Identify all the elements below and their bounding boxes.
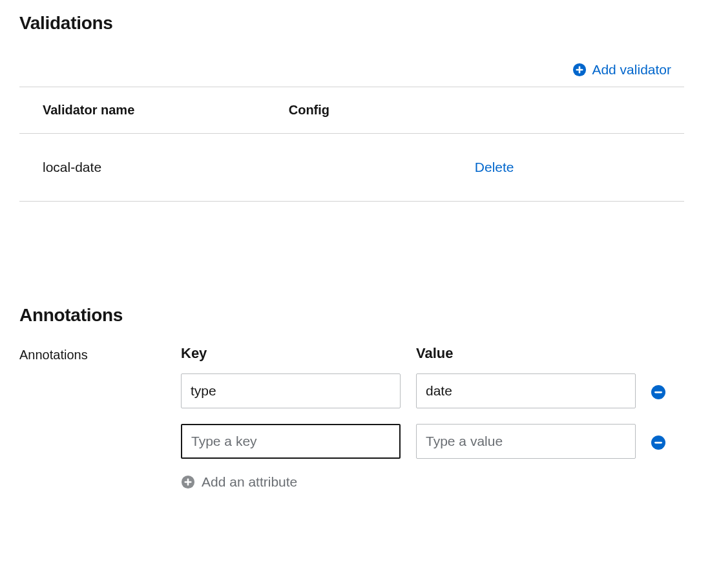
validations-title: Validations — [19, 13, 684, 34]
svg-rect-9 — [187, 479, 189, 486]
annotation-row — [181, 424, 684, 459]
annotation-key-input[interactable] — [181, 373, 401, 408]
plus-circle-icon — [181, 475, 195, 489]
add-attribute-button[interactable]: Add an attribute — [181, 474, 297, 490]
table-row: local-date Delete — [19, 134, 684, 202]
validations-section: Validations Add validator Validator name… — [19, 13, 684, 202]
add-attribute-label: Add an attribute — [202, 474, 297, 490]
col-validator-name: Validator name — [19, 87, 266, 134]
remove-annotation-button[interactable] — [651, 383, 668, 399]
annotation-row — [181, 373, 684, 408]
validator-name-cell: local-date — [19, 134, 266, 202]
annotations-title: Annotations — [19, 305, 684, 326]
value-header: Value — [416, 345, 636, 362]
add-validator-row: Add validator — [19, 53, 684, 87]
svg-rect-6 — [654, 442, 662, 444]
key-header: Key — [181, 345, 401, 362]
validator-table: Validator name Config local-date Delete — [19, 87, 684, 202]
delete-validator-button[interactable]: Delete — [475, 160, 514, 175]
add-validator-button[interactable]: Add validator — [572, 62, 671, 78]
svg-rect-4 — [654, 392, 662, 394]
annotation-value-input[interactable] — [416, 373, 636, 408]
annotations-side-label: Annotations — [19, 345, 181, 362]
remove-annotation-button[interactable] — [651, 433, 668, 450]
svg-rect-2 — [579, 67, 581, 74]
plus-circle-icon — [572, 63, 587, 77]
add-validator-label: Add validator — [592, 62, 671, 78]
annotations-section: Annotations Annotations Key Value — [19, 305, 684, 492]
minus-circle-icon — [651, 384, 665, 398]
minus-circle-icon — [651, 434, 665, 448]
validator-config-cell — [266, 134, 452, 202]
annotation-key-input[interactable] — [181, 424, 401, 459]
col-config: Config — [266, 87, 452, 134]
annotation-value-input[interactable] — [416, 424, 636, 459]
annotations-kv-area: Key Value — [181, 345, 684, 492]
